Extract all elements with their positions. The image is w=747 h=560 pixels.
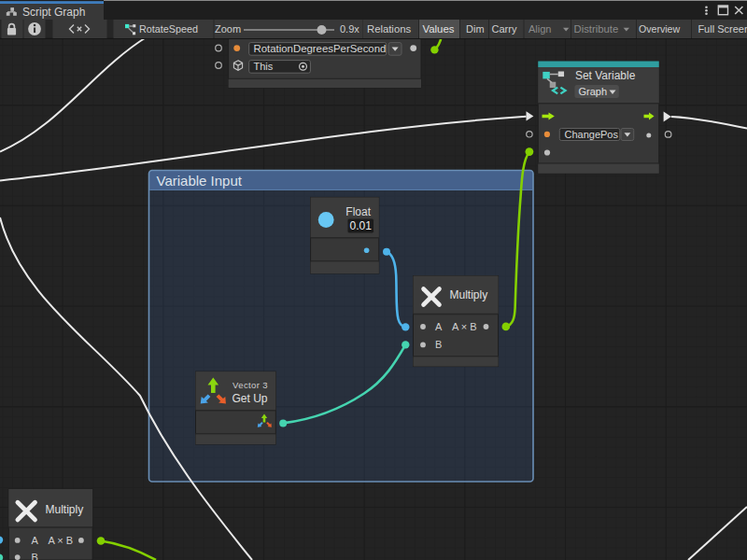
- svg-text:Graph: Graph: [579, 86, 608, 97]
- svg-text:A × B: A × B: [452, 321, 477, 332]
- svg-text:A × B: A × B: [49, 535, 74, 546]
- svg-text:Full Screen: Full Screen: [698, 23, 747, 35]
- svg-text:Zoom: Zoom: [215, 23, 241, 35]
- svg-text:A: A: [32, 535, 39, 546]
- svg-text:Vector 3: Vector 3: [233, 380, 268, 390]
- svg-text:A: A: [435, 321, 443, 332]
- svg-text:Script Graph: Script Graph: [22, 6, 85, 19]
- svg-text:Distribute: Distribute: [574, 23, 619, 35]
- svg-text:Float: Float: [345, 205, 371, 218]
- svg-text:RotateSpeed: RotateSpeed: [139, 23, 198, 35]
- svg-text:ChangePos: ChangePos: [565, 129, 619, 140]
- svg-text:Overview: Overview: [639, 23, 680, 35]
- svg-text:Multiply: Multiply: [46, 503, 84, 516]
- svg-text:Get Up: Get Up: [233, 392, 268, 405]
- svg-text:Align: Align: [529, 23, 551, 35]
- svg-text:Multiply: Multiply: [450, 288, 488, 301]
- svg-text:B: B: [435, 339, 442, 350]
- svg-text:Variable Input: Variable Input: [157, 173, 243, 189]
- svg-text:RotationDegreesPerSecond: RotationDegreesPerSecond: [254, 43, 387, 54]
- svg-text:This: This: [254, 61, 274, 72]
- svg-text:B: B: [32, 552, 38, 560]
- svg-text:Dim: Dim: [466, 23, 485, 35]
- svg-text:Relations: Relations: [367, 23, 411, 35]
- svg-text:Set Variable: Set Variable: [575, 69, 636, 82]
- svg-text:Values: Values: [423, 23, 455, 35]
- svg-text:Carry: Carry: [492, 23, 517, 35]
- svg-text:0.9x: 0.9x: [340, 23, 359, 35]
- svg-text:0.01: 0.01: [350, 219, 373, 232]
